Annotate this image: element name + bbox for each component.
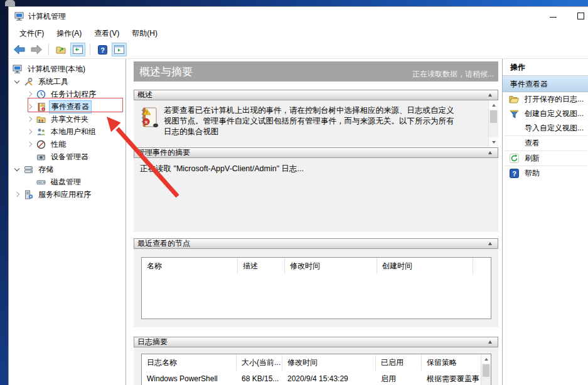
main-area: 计算机管理(本地) 系统工具	[9, 58, 588, 385]
table-header-row: 名称 描述 修改时间 创建时间	[142, 258, 491, 274]
section-title: 概述	[137, 90, 152, 100]
chevron-right-icon[interactable]	[27, 129, 32, 134]
column-header[interactable]: 修改时间	[285, 258, 377, 274]
forward-arrow-icon	[31, 45, 42, 54]
tree-item-local-users-groups[interactable]: 本地用户和组	[9, 125, 126, 138]
column-header[interactable]: 描述	[238, 258, 285, 274]
action-label: 打开保存的日志...	[525, 94, 584, 105]
help-button[interactable]: ?	[95, 43, 110, 56]
column-header[interactable]: 修改时间	[282, 354, 376, 371]
chevron-right-icon[interactable]	[27, 92, 32, 97]
tree-item-services-applications[interactable]: 服务和应用程序	[9, 188, 126, 201]
menu-help[interactable]: 帮助(H)	[126, 26, 164, 41]
collapse-button[interactable]	[486, 148, 494, 157]
log-table-scrollbar[interactable]	[481, 354, 491, 385]
services-applications-icon	[23, 189, 33, 199]
action-label: 创建自定义视图...	[525, 108, 584, 119]
tree-item-label: 本地用户和组	[49, 126, 98, 138]
section-title: 管理事件的摘要	[137, 148, 190, 157]
column-header[interactable]: 大小(当前...	[237, 354, 282, 371]
column-header[interactable]: 已启用	[376, 354, 422, 371]
chevron-right-icon[interactable]	[27, 104, 32, 109]
tree-item-device-manager[interactable]: 设备管理器	[9, 150, 126, 163]
maximize-button[interactable]	[577, 13, 584, 19]
forward-button[interactable]	[29, 43, 44, 56]
scroll-thumb[interactable]	[490, 110, 497, 123]
action-open-saved-log[interactable]: 打开保存的日志...	[503, 92, 588, 107]
overview-scrollbar[interactable]	[488, 100, 498, 147]
tree-item-performance[interactable]: 性能	[9, 138, 126, 150]
toggle-action-pane-button[interactable]	[112, 43, 127, 56]
chevron-right-icon[interactable]	[27, 117, 32, 122]
action-refresh[interactable]: 刷新	[503, 151, 588, 166]
back-button[interactable]	[12, 43, 27, 56]
minimize-button[interactable]	[550, 17, 557, 18]
chevron-right-icon[interactable]	[14, 192, 19, 197]
tree-item-disk-management[interactable]: 磁盘管理	[9, 176, 126, 188]
toggle-console-tree-button[interactable]	[70, 43, 85, 56]
filter-funnel-icon	[509, 109, 519, 119]
collapse-button[interactable]	[486, 90, 494, 100]
disk-management-icon	[36, 177, 46, 187]
chevron-placeholder	[27, 154, 32, 159]
chevron-down-icon[interactable]	[14, 166, 19, 171]
help-icon: ?	[509, 169, 519, 179]
collapse-button[interactable]	[486, 337, 494, 347]
tree-item-event-viewer[interactable]: x 事件查看器	[9, 100, 126, 113]
column-header[interactable]: 名称	[142, 258, 238, 274]
computer-management-app-icon	[14, 11, 24, 21]
scroll-up-button[interactable]	[481, 354, 491, 364]
tree-item-system-tools[interactable]: 系统工具	[9, 75, 126, 88]
tree-item-label-selected: 事件查看器	[49, 100, 92, 113]
tree-item-label: 存储	[36, 164, 55, 176]
menu-action[interactable]: 操作(A)	[50, 26, 88, 41]
overview-section-body: ! x 若要查看已在计算机上出现的事件，请在控制台树中选择相应的来源、日志或自定…	[134, 100, 498, 147]
export-folder-icon	[56, 45, 67, 55]
menu-view[interactable]: 查看(V)	[88, 26, 126, 41]
computer-management-window: 计算机管理 文件(F) 操作(A) 查看(V) 帮助(H)	[8, 6, 588, 385]
storage-icon	[23, 164, 33, 174]
chevron-down-icon[interactable]	[14, 78, 19, 83]
action-view[interactable]: 查看	[503, 136, 588, 150]
menu-file[interactable]: 文件(F)	[13, 26, 50, 41]
console-tree-icon	[73, 45, 83, 54]
scroll-up-button[interactable]	[489, 100, 498, 110]
recent-nodes-section-header: 最近查看的节点	[134, 238, 498, 249]
action-import-custom-view[interactable]: 导入自定义视图...	[503, 121, 588, 135]
chevron-placeholder	[27, 179, 32, 184]
performance-icon	[36, 139, 46, 149]
tree-item-task-scheduler[interactable]: 任务计划程序	[9, 88, 126, 100]
tree-item-shared-folders[interactable]: 共享文件夹	[9, 113, 126, 125]
scroll-thumb[interactable]	[483, 364, 489, 377]
table-row[interactable]: Windows PowerShell 68 KB/15... 2020/9/4 …	[142, 371, 491, 385]
export-folder-button[interactable]	[53, 43, 68, 56]
icon-placeholder	[509, 139, 519, 149]
column-header-empty	[473, 258, 491, 274]
tree-item-computer-management[interactable]: 计算机管理(本地)	[9, 63, 126, 75]
window-title: 计算机管理	[28, 11, 66, 22]
help-icon: ?	[98, 45, 107, 55]
toolbar: ?	[9, 41, 588, 58]
overview-description: 若要查看已在计算机上出现的事件，请在控制台树中选择相应的来源、日志或自定义视图节…	[164, 100, 461, 147]
admin-events-section-body: 正在读取 "Microsoft-AppV-Client/Admin" 日志...	[134, 158, 498, 232]
svg-text:?: ?	[512, 170, 516, 177]
log-size-cell: 68 KB/15...	[237, 371, 282, 385]
open-folder-icon	[509, 95, 519, 105]
table-header-row: 日志名称 大小(当前... 修改时间 已启用 保留策略	[142, 354, 491, 371]
column-header[interactable]: 日志名称	[142, 354, 237, 371]
action-help[interactable]: ? 帮助	[503, 166, 588, 181]
chevron-right-icon[interactable]	[27, 142, 32, 147]
collapse-button[interactable]	[486, 239, 494, 248]
tree-item-label: 计算机管理(本地)	[26, 63, 87, 75]
action-create-custom-view[interactable]: 创建自定义视图...	[503, 107, 588, 121]
tree-item-label: 性能	[49, 139, 68, 150]
loading-status: 正在读取数据，请稍候...	[412, 69, 494, 80]
actions-context-header[interactable]: 事件查看器	[503, 76, 588, 92]
toolbar-separator	[48, 44, 49, 55]
summary-header: 概述与摘要 正在读取数据，请稍候...	[134, 61, 498, 82]
column-header[interactable]: 保留策略	[422, 354, 481, 371]
scroll-down-button[interactable]	[489, 137, 498, 147]
refresh-icon	[509, 154, 519, 164]
tree-item-storage[interactable]: 存储	[9, 163, 126, 176]
column-header[interactable]: 创建时间	[377, 258, 473, 274]
